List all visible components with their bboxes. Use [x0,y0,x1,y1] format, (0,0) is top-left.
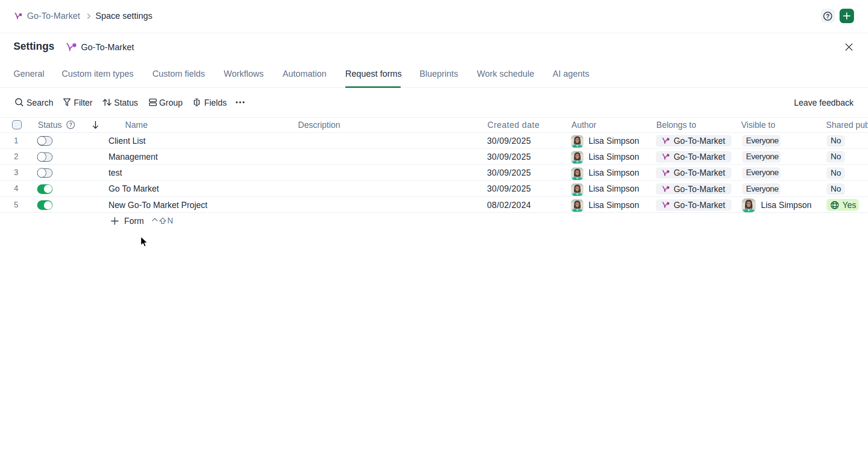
svg-text:N: N [167,217,173,225]
svg-text:?: ? [69,122,72,127]
svg-text:?: ? [826,13,830,20]
